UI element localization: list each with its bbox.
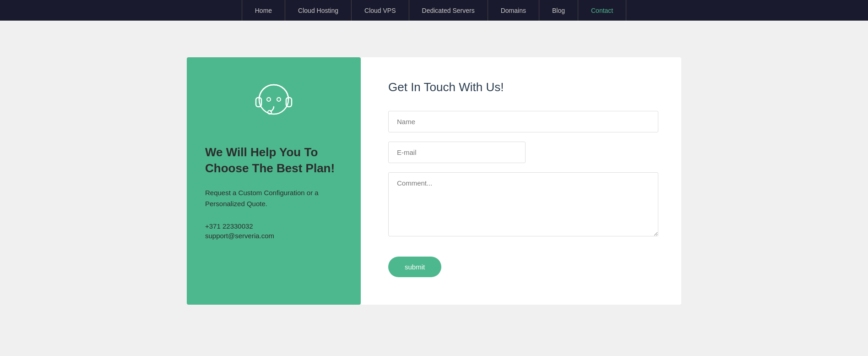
page-content: We Will Help You To Choose The Best Plan…	[0, 21, 868, 356]
nav-item-contact[interactable]: Contact	[578, 0, 626, 21]
support-icon	[249, 76, 299, 126]
name-group	[388, 111, 658, 132]
svg-point-3	[267, 98, 271, 101]
nav-item-cloud-vps[interactable]: Cloud VPS	[352, 0, 409, 21]
nav-item-home[interactable]: Home	[242, 0, 285, 21]
comment-group	[388, 172, 658, 238]
svg-point-4	[277, 98, 281, 101]
card-phone: +371 22330032	[205, 222, 253, 230]
submit-button[interactable]: submit	[388, 257, 441, 277]
name-input[interactable]	[388, 111, 658, 132]
nav-item-cloud-hosting[interactable]: Cloud Hosting	[285, 0, 352, 21]
email-input[interactable]	[388, 142, 526, 163]
card-email: support@serveria.com	[205, 232, 274, 240]
card-heading: We Will Help You To Choose The Best Plan…	[205, 144, 342, 176]
info-card: We Will Help You To Choose The Best Plan…	[187, 57, 361, 305]
nav-item-blog[interactable]: Blog	[539, 0, 578, 21]
nav-item-domains[interactable]: Domains	[488, 0, 539, 21]
card-description: Request a Custom Configuration or a Pers…	[205, 187, 342, 209]
comment-textarea[interactable]	[388, 172, 658, 236]
main-nav: HomeCloud HostingCloud VPSDedicated Serv…	[0, 0, 868, 21]
nav-item-dedicated-servers[interactable]: Dedicated Servers	[409, 0, 488, 21]
email-group	[388, 142, 658, 163]
contact-form: Get In Touch With Us! submit	[361, 57, 681, 305]
form-title: Get In Touch With Us!	[388, 80, 658, 94]
